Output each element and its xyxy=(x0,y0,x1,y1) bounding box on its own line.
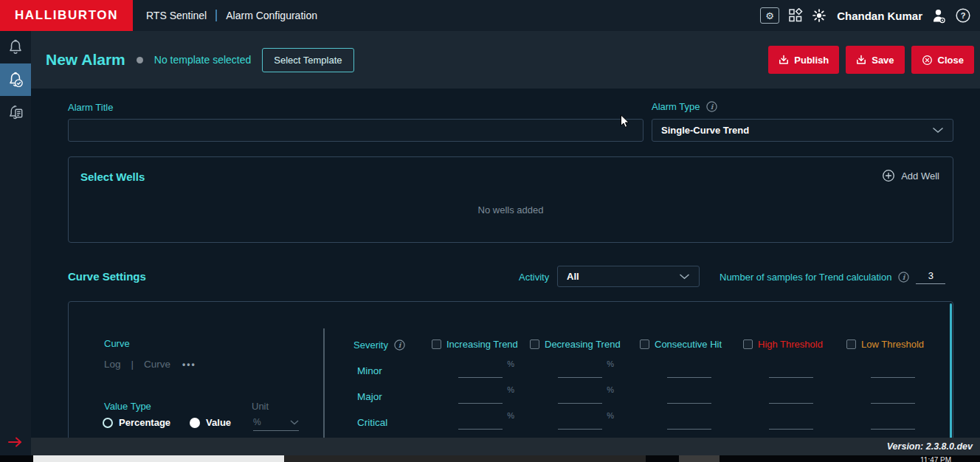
checkbox[interactable] xyxy=(640,339,649,349)
info-icon[interactable]: i xyxy=(705,100,718,113)
alarm-title-label: Alarm Title xyxy=(68,102,113,113)
samples-group: Number of samples for Trend calculation … xyxy=(720,266,945,289)
minor-consecutive-input[interactable] xyxy=(667,363,711,378)
apps-grid-icon[interactable] xyxy=(788,8,803,23)
activity-select[interactable]: All xyxy=(557,266,700,287)
taskbar-active-app[interactable] xyxy=(679,455,720,462)
minor-decreasing-input[interactable] xyxy=(558,363,602,378)
checkbox[interactable] xyxy=(530,339,539,349)
severity-header: Severity i Increasing Trend Decreasing T… xyxy=(353,337,944,352)
publish-button[interactable]: Publish xyxy=(768,46,839,74)
sidebar-item-alarm-log[interactable] xyxy=(0,96,31,128)
template-status-dot xyxy=(137,57,143,63)
taskbar-icons-area xyxy=(284,455,646,462)
brightness-sun-icon[interactable] xyxy=(812,8,827,23)
taskbar-clock: 11:47 PM xyxy=(920,456,951,462)
consecutive-hit-checkbox-group[interactable]: Consecutive Hit xyxy=(640,339,722,350)
decreasing-trend-checkbox-group[interactable]: Decreasing Trend xyxy=(530,339,621,350)
no-wells-message: No wells added xyxy=(69,204,953,216)
svg-text:i: i xyxy=(710,103,714,111)
value-radio[interactable] xyxy=(190,418,200,428)
minor-high-threshold-input[interactable] xyxy=(769,363,813,378)
minor-low-threshold-input[interactable] xyxy=(871,363,915,378)
critical-increasing-input[interactable] xyxy=(458,415,503,430)
help-icon[interactable]: ? xyxy=(955,7,971,24)
major-decreasing-input[interactable] xyxy=(558,389,602,404)
app-window: HALLIBURTON RTS Sentinel Alarm Configura… xyxy=(0,0,980,462)
bell-icon xyxy=(7,38,24,56)
checkbox[interactable] xyxy=(743,339,753,349)
select-wells-panel: Select Wells Add Well No wells added xyxy=(68,156,953,243)
major-consecutive-input[interactable] xyxy=(667,389,711,404)
page-header-actions: Publish Save xyxy=(768,46,974,74)
bell-document-icon xyxy=(7,103,24,121)
critical-consecutive-input[interactable] xyxy=(667,415,711,430)
samples-input[interactable] xyxy=(916,270,945,284)
major-increasing-input[interactable] xyxy=(458,389,503,404)
chevron-down-icon xyxy=(679,274,690,280)
unit-select[interactable]: % xyxy=(253,417,299,431)
activity-label: Activity xyxy=(519,272,549,283)
page-header: New Alarm No template selected Select Te… xyxy=(31,31,980,89)
curve-settings-heading: Curve Settings xyxy=(68,270,146,283)
low-threshold-checkbox-group[interactable]: Low Threshold xyxy=(846,339,924,350)
major-high-threshold-input[interactable] xyxy=(769,389,813,404)
value-type-label: Value Type xyxy=(104,401,151,412)
alarm-title-input[interactable] xyxy=(69,120,643,141)
curve-picker[interactable]: Curve xyxy=(144,359,170,370)
halliburton-logo: HALLIBURTON xyxy=(0,0,133,31)
topbar-actions: ⚙ Chandan Ku xyxy=(760,7,980,24)
log-picker[interactable]: Log xyxy=(104,359,121,370)
app-name: RTS Sentinel xyxy=(146,10,207,21)
taskbar-search-box[interactable] xyxy=(33,455,284,462)
settings-gear-icon[interactable]: ⚙ xyxy=(760,7,779,24)
severity-title: Severity i xyxy=(353,339,406,351)
breadcrumb: RTS Sentinel Alarm Configuration xyxy=(146,10,317,21)
log-curve-selector[interactable]: Log | Curve ••• xyxy=(104,359,196,370)
alarm-title-input-wrap xyxy=(68,119,643,142)
main-content: New Alarm No template selected Select Te… xyxy=(31,31,980,455)
os-taskbar-sliver: 11:47 PM xyxy=(0,455,980,462)
alarm-form: Alarm Title Alarm Type i Single-Curve Tr… xyxy=(31,89,980,438)
checkbox[interactable] xyxy=(846,339,856,349)
severity-row-critical: Critical % % xyxy=(357,414,940,433)
svg-text:i: i xyxy=(398,341,402,349)
percentage-radio[interactable] xyxy=(103,418,113,428)
topbar: HALLIBURTON RTS Sentinel Alarm Configura… xyxy=(0,0,980,31)
high-threshold-checkbox-group[interactable]: High Threshold xyxy=(743,339,823,350)
info-icon[interactable]: i xyxy=(897,271,910,283)
increasing-trend-checkbox-group[interactable]: Increasing Trend xyxy=(432,339,518,350)
close-button[interactable]: Close xyxy=(911,46,974,74)
critical-low-threshold-input[interactable] xyxy=(871,415,915,430)
template-status-text: No template selected xyxy=(154,54,252,66)
add-well-button[interactable]: Add Well xyxy=(882,169,939,182)
alarm-type-select[interactable]: Single-Curve Trend xyxy=(652,119,953,142)
collapse-arrow-icon[interactable] xyxy=(7,436,24,448)
panel-scrollbar[interactable] xyxy=(950,303,952,438)
user-profile-icon[interactable] xyxy=(931,7,946,24)
minor-increasing-input[interactable] xyxy=(458,363,503,378)
halliburton-logo-text: HALLIBURTON xyxy=(15,8,118,23)
page-header-left: New Alarm No template selected Select Te… xyxy=(46,48,354,72)
save-button[interactable]: Save xyxy=(846,46,904,74)
severity-row-major: Major % % xyxy=(357,388,940,407)
select-template-button[interactable]: Select Template xyxy=(262,48,353,72)
ellipsis-menu-icon[interactable]: ••• xyxy=(182,359,196,370)
alarm-type-label-row: Alarm Type i xyxy=(652,100,718,113)
critical-high-threshold-input[interactable] xyxy=(769,415,813,430)
log-curve-separator: | xyxy=(131,359,134,370)
unit-label: Unit xyxy=(252,401,269,412)
value-type-radio-group: Percentage Value xyxy=(103,417,231,428)
sidebar-item-alarm-configuration[interactable] xyxy=(0,63,31,96)
severity-row-minor: Minor % % xyxy=(357,362,940,382)
info-icon[interactable]: i xyxy=(393,339,406,351)
critical-decreasing-input[interactable] xyxy=(558,415,602,430)
sidebar-item-alarms[interactable] xyxy=(0,31,31,63)
checkbox[interactable] xyxy=(432,339,441,349)
sidebar xyxy=(0,31,31,455)
page-name: Alarm Configuration xyxy=(226,10,317,21)
publish-tray-icon xyxy=(779,55,789,65)
svg-text:?: ? xyxy=(961,11,966,20)
major-low-threshold-input[interactable] xyxy=(871,389,915,404)
bell-check-icon xyxy=(7,71,24,89)
